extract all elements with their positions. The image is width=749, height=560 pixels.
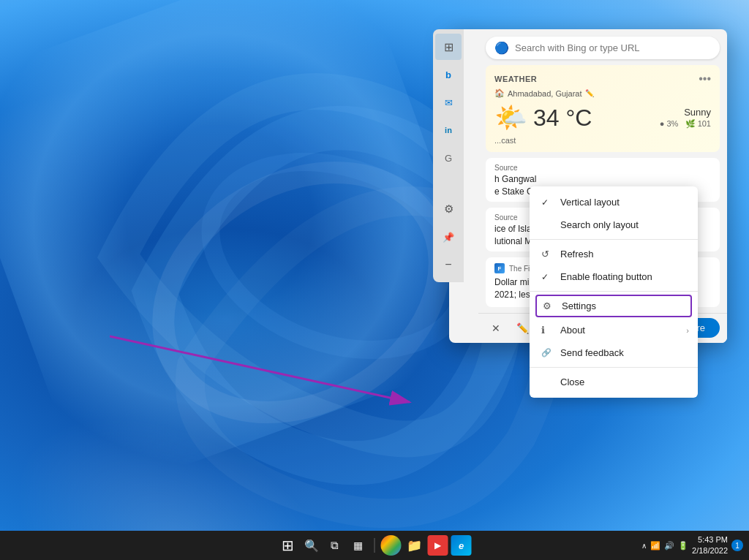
menu-item-about[interactable]: ℹ About ›	[530, 319, 698, 341]
menu-label-settings: Settings	[562, 300, 596, 311]
menu-item-enable-floating[interactable]: ✓ Enable floating button	[530, 265, 698, 288]
menu-item-close[interactable]: Close	[530, 371, 698, 393]
edge-logo-icon: 🔵	[494, 41, 509, 55]
notification-badge[interactable]: 1	[731, 540, 743, 551]
menu-item-refresh[interactable]: ↺ Refresh	[530, 243, 698, 265]
taskbar-search[interactable]: 🔍	[301, 535, 322, 556]
menu-item-vertical-layout[interactable]: ✓ Vertical layout	[530, 191, 698, 213]
menu-item-settings[interactable]: ⚙ Settings	[535, 295, 692, 317]
weather-label: WEATHER	[494, 75, 537, 83]
close-panel-icon[interactable]: ✕	[486, 318, 506, 338]
weather-card: WEATHER ••• 🏠 Ahmadabad, Gujarat ✏️ 🌤️ 3…	[486, 65, 720, 152]
sidebar-minus-icon[interactable]: −	[435, 251, 462, 278]
weather-left: 🌤️ 34 °C	[494, 102, 592, 133]
menu-item-send-feedback[interactable]: 🔗 Send feedback	[530, 341, 698, 364]
sidebar-bing-icon[interactable]: b	[435, 61, 462, 88]
checkmark-floating-icon: ✓	[541, 272, 553, 282]
taskbar-pinned-apps: ⊞ 🔍 ⧉ ▦ 📁 ▶ e	[278, 535, 472, 556]
tray-volume-icon[interactable]: 🔊	[664, 541, 674, 550]
menu-label-send-feedback: Send feedback	[560, 347, 624, 358]
weather-condition: Sunny	[660, 107, 711, 118]
feedback-menu-icon: 🔗	[541, 348, 553, 357]
weather-icon: 🌤️	[494, 102, 527, 133]
refresh-menu-icon: ↺	[541, 249, 553, 260]
sidebar-panel-icon[interactable]: ⊞	[435, 34, 462, 60]
weather-more-button[interactable]: •••	[699, 72, 711, 86]
taskbar-chrome[interactable]	[381, 535, 402, 556]
location-icon: 🏠	[494, 88, 505, 98]
taskbar-tray: ∧ 📶 🔊 🔋 5:43 PM 2/18/2022 1	[641, 534, 743, 557]
weather-details: ● 3% 🌿 101	[660, 119, 711, 129]
menu-label-search-only: Search only layout	[560, 219, 639, 230]
taskbar-red-app[interactable]: ▶	[428, 535, 448, 556]
search-input[interactable]	[515, 42, 711, 53]
menu-label-close: Close	[560, 377, 584, 387]
checkmark-icon: ✓	[541, 197, 553, 208]
weather-header: WEATHER •••	[494, 72, 711, 86]
context-menu: ✓ Vertical layout Search only layout ↺ R…	[530, 186, 698, 398]
taskbar-widgets[interactable]: ▦	[348, 535, 369, 556]
sidebar-gear-icon[interactable]: ⚙	[435, 196, 462, 222]
taskbar-datetime[interactable]: 5:43 PM 2/18/2022	[692, 534, 728, 557]
svg-line-3	[110, 336, 410, 402]
sidebar-gaming-icon[interactable]: G	[435, 145, 462, 171]
source-logo-icon: F	[494, 263, 505, 273]
menu-label-about: About	[560, 325, 585, 336]
weather-location: 🏠 Ahmadabad, Gujarat ✏️	[494, 88, 711, 98]
tray-wifi-icon: 📶	[650, 541, 660, 550]
taskbar-divider	[374, 538, 375, 553]
info-menu-icon: ℹ	[541, 325, 553, 336]
taskbar-edge[interactable]: e	[451, 535, 472, 556]
menu-label-refresh: Refresh	[560, 249, 594, 260]
edit-icon[interactable]: ✏️	[585, 89, 594, 97]
menu-divider-2	[530, 291, 698, 292]
sidebar-linkedin-icon[interactable]: in	[435, 117, 462, 143]
sidebar-outlook-icon[interactable]: ✉	[435, 89, 462, 116]
arrow-right-icon: ›	[686, 326, 689, 335]
arrow-annotation	[110, 278, 439, 424]
taskbar-date: 2/18/2022	[692, 545, 728, 556]
menu-divider-1	[530, 239, 698, 240]
menu-divider-3	[530, 367, 698, 368]
weather-right: Sunny ● 3% 🌿 101	[660, 107, 711, 129]
windows-start-button[interactable]: ⊞	[278, 535, 298, 556]
taskbar-file-explorer[interactable]: 📁	[404, 535, 425, 556]
taskbar-task-view[interactable]: ⧉	[325, 535, 345, 556]
taskbar: ⊞ 🔍 ⧉ ▦ 📁 ▶ e ∧ 📶 🔊 🔋 5:43 PM 2/18/2022 …	[0, 531, 749, 560]
menu-label-enable-floating: Enable floating button	[560, 271, 652, 282]
search-bar[interactable]: 🔵	[486, 37, 720, 59]
taskbar-time: 5:43 PM	[692, 534, 728, 545]
weather-forecast: ...cast	[494, 136, 711, 145]
sidebar-pin-icon[interactable]: 📌	[435, 224, 462, 250]
weather-main: 🌤️ 34 °C Sunny ● 3% 🌿 101	[494, 102, 711, 133]
menu-label-vertical-layout: Vertical layout	[560, 197, 620, 208]
menu-item-search-only[interactable]: Search only layout	[530, 213, 698, 236]
news-source-1: Source	[494, 164, 711, 172]
weather-temperature: 34 °C	[533, 105, 592, 132]
tray-battery-icon: 🔋	[678, 541, 688, 550]
tray-chevron-icon[interactable]: ∧	[641, 542, 647, 550]
gear-menu-icon: ⚙	[543, 300, 554, 311]
edge-sidebar-icons: ⊞ b ✉ in G ⚙ 📌 −	[433, 29, 464, 282]
